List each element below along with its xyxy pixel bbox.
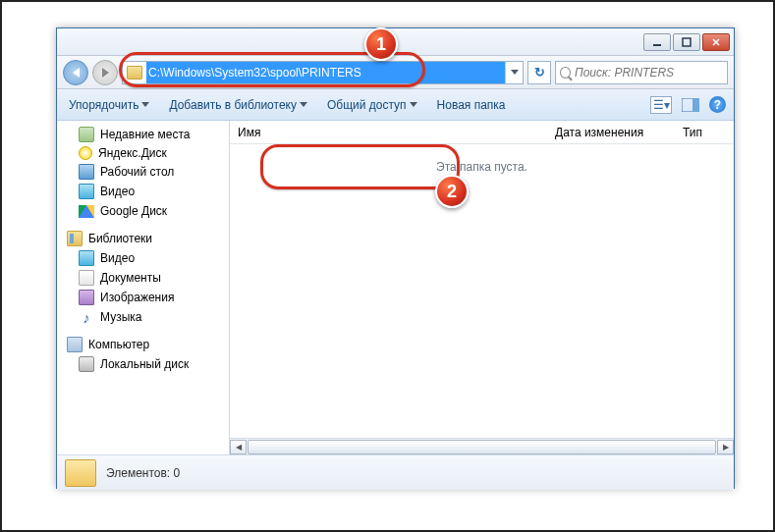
chevron-down-icon	[410, 102, 417, 107]
sidebar-item-local-disk[interactable]: Локальный диск	[57, 354, 229, 374]
explorer-window: ↻ Упорядочить Добавить в библиотеку Общи…	[56, 27, 735, 489]
sidebar-label: Музыка	[100, 310, 141, 324]
close-button[interactable]	[702, 33, 730, 51]
nav-row: ↻	[57, 56, 734, 89]
sidebar-label: Видео	[100, 251, 135, 265]
body: Недавние места Яндекс.Диск Рабочий стол …	[57, 121, 734, 454]
sidebar-label: Библиотеки	[88, 232, 152, 245]
sidebar-label: Изображения	[100, 291, 174, 304]
share-menu[interactable]: Общий доступ	[323, 96, 421, 114]
column-headers: Имя Дата изменения Тип	[230, 121, 734, 144]
sidebar-group-computer[interactable]: Компьютер	[57, 335, 229, 354]
new-folder-button[interactable]: Новая папка	[433, 96, 510, 114]
svg-rect-0	[653, 44, 661, 46]
folder-icon	[127, 66, 142, 80]
arrow-left-icon	[73, 68, 80, 78]
refresh-button[interactable]: ↻	[527, 61, 551, 84]
sidebar-label: Компьютер	[88, 338, 149, 351]
add-to-library-label: Добавить в библиотеку	[169, 98, 297, 112]
sidebar-label: Яндекс.Диск	[98, 146, 167, 160]
add-to-library-menu[interactable]: Добавить в библиотеку	[165, 96, 311, 114]
column-name[interactable]: Имя	[230, 126, 547, 139]
sidebar-label: Видео	[100, 185, 135, 198]
images-icon	[79, 290, 94, 305]
sidebar-label: Документы	[100, 271, 161, 285]
scroll-right-button[interactable]: ▶	[717, 440, 734, 454]
sidebar-label: Локальный диск	[100, 357, 189, 371]
column-date[interactable]: Дата изменения	[547, 126, 675, 139]
address-bar[interactable]	[122, 61, 524, 84]
yandex-disk-icon	[79, 146, 92, 160]
computer-icon	[67, 337, 83, 352]
empty-folder-message: Эта папка пуста.	[230, 144, 734, 189]
video-icon	[79, 250, 94, 266]
chevron-down-icon	[141, 102, 149, 107]
search-box[interactable]	[555, 61, 728, 84]
forward-button[interactable]	[92, 60, 118, 85]
nav-sidebar: Недавние места Яндекс.Диск Рабочий стол …	[57, 121, 230, 454]
back-button[interactable]	[63, 60, 88, 85]
sidebar-label: Недавние места	[100, 128, 190, 141]
sidebar-item-lib-video[interactable]: Видео	[57, 248, 229, 268]
sidebar-item-recent[interactable]: Недавние места	[57, 125, 229, 144]
video-icon	[79, 184, 94, 199]
sidebar-item-gdrive[interactable]: Google Диск	[57, 201, 229, 221]
sidebar-item-video[interactable]: Видео	[57, 182, 229, 201]
refresh-icon: ↻	[534, 65, 545, 80]
help-button[interactable]: ?	[709, 96, 726, 113]
search-input[interactable]	[575, 66, 723, 80]
preview-pane-button[interactable]	[680, 96, 701, 114]
documents-icon	[79, 270, 94, 286]
sidebar-group-libraries[interactable]: Библиотеки	[57, 229, 229, 248]
organize-menu[interactable]: Упорядочить	[65, 96, 153, 114]
sidebar-item-yandex[interactable]: Яндекс.Диск	[57, 144, 229, 162]
svg-rect-5	[692, 98, 699, 112]
sidebar-item-lib-images[interactable]: Изображения	[57, 288, 229, 307]
music-icon: ♪	[79, 309, 94, 325]
chevron-down-icon	[300, 102, 307, 107]
horizontal-scrollbar[interactable]: ◀ ▶	[230, 438, 734, 454]
scroll-left-button[interactable]: ◀	[230, 440, 247, 454]
toolbar: Упорядочить Добавить в библиотеку Общий …	[57, 89, 734, 121]
column-type[interactable]: Тип	[675, 126, 734, 139]
sidebar-item-lib-music[interactable]: ♪Музыка	[57, 307, 229, 327]
sidebar-item-lib-docs[interactable]: Документы	[57, 268, 229, 288]
sidebar-label: Google Диск	[100, 204, 167, 218]
share-label: Общий доступ	[327, 98, 407, 112]
recent-places-icon	[79, 127, 94, 142]
disk-icon	[79, 356, 94, 372]
address-input[interactable]	[146, 62, 505, 83]
new-folder-label: Новая папка	[437, 98, 506, 112]
sidebar-item-desktop[interactable]: Рабочий стол	[57, 162, 229, 182]
libraries-icon	[67, 231, 83, 246]
organize-label: Упорядочить	[69, 98, 138, 112]
search-icon	[560, 67, 571, 79]
help-icon: ?	[714, 98, 721, 112]
titlebar	[57, 28, 734, 56]
status-bar: Элементов: 0	[57, 454, 734, 490]
sidebar-label: Рабочий стол	[100, 165, 174, 179]
minimize-button[interactable]	[643, 33, 671, 51]
folder-icon	[65, 459, 96, 487]
view-options-button[interactable]: ☰▾	[650, 96, 672, 114]
maximize-button[interactable]	[673, 33, 700, 51]
desktop-icon	[79, 164, 94, 180]
arrow-right-icon	[102, 68, 109, 78]
google-drive-icon	[79, 205, 94, 218]
scrollbar-thumb[interactable]	[248, 440, 716, 454]
address-dropdown[interactable]	[505, 62, 523, 83]
content-area: Имя Дата изменения Тип Эта папка пуста. …	[230, 121, 734, 454]
svg-rect-1	[683, 38, 691, 46]
chevron-down-icon	[511, 70, 519, 75]
status-elements-count: Элементов: 0	[106, 466, 180, 480]
